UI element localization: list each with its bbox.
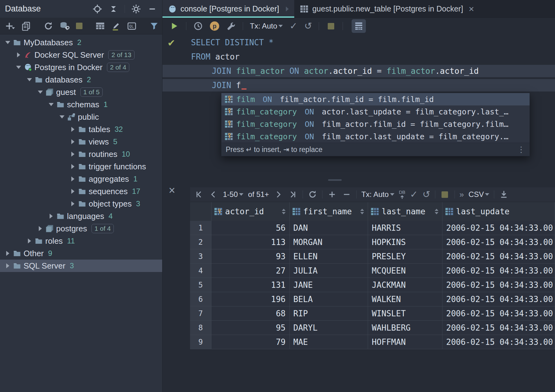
splitter-handle[interactable] xyxy=(328,179,342,181)
cell-last-name[interactable]: WAHLBERG xyxy=(368,321,442,335)
collapsed-arrow-icon[interactable] xyxy=(50,214,53,219)
commit-icon[interactable]: ✓ xyxy=(410,190,418,199)
sql-line-1[interactable]: SELECT DISTINCT * xyxy=(162,36,555,49)
cell-last-update[interactable]: 2006-02-15 04:34:33.00 xyxy=(442,278,555,292)
sql-line-3[interactable]: JOIN film_actor ON actor.actor_id = film… xyxy=(162,65,555,77)
close-tab-icon[interactable]: × xyxy=(469,4,474,14)
tab-new-table[interactable]: guest.public.new_table [Postgres in Dock… xyxy=(294,0,480,18)
more-chevrons-icon[interactable]: » xyxy=(460,190,464,198)
cell-last-update[interactable]: 2006-02-15 04:34:33.00 xyxy=(442,292,555,306)
tree-item-views[interactable]: views5 xyxy=(0,136,162,148)
grid-corner-cell[interactable] xyxy=(190,202,211,221)
submit-to-db-icon[interactable]: DB xyxy=(399,190,406,199)
cell-first-name[interactable]: DAN xyxy=(290,221,368,235)
row-number[interactable]: 9 xyxy=(190,335,211,349)
tree-item-sql-server[interactable]: SQL Server3 xyxy=(0,260,162,272)
tree-item-docker-sql-server[interactable]: Docker SQL Server2 of 13 xyxy=(0,49,162,61)
commit-icon[interactable]: ✓ xyxy=(290,21,297,31)
completion-item-3[interactable]: film_category ON film_actor.film_id = fi… xyxy=(221,118,530,130)
collapsed-arrow-icon[interactable] xyxy=(39,226,42,231)
cell-actor-id[interactable]: 68 xyxy=(211,306,290,321)
wrench-icon[interactable] xyxy=(226,21,236,31)
cell-last-update[interactable]: 2006-02-15 04:34:33.00 xyxy=(442,264,555,278)
cell-first-name[interactable]: DARYL xyxy=(290,321,368,335)
tree-item-mydatabases[interactable]: MyDatabases2 xyxy=(0,36,162,49)
cell-actor-id[interactable]: 79 xyxy=(211,335,290,349)
collapse-all-icon[interactable] xyxy=(109,4,118,14)
cell-actor-id[interactable]: 56 xyxy=(211,221,290,235)
duplicate-icon[interactable] xyxy=(21,21,31,31)
expanded-arrow-icon[interactable] xyxy=(16,66,21,69)
cell-first-name[interactable]: BELA xyxy=(290,292,368,306)
row-number[interactable]: 3 xyxy=(190,249,211,264)
cell-actor-id[interactable]: 95 xyxy=(211,321,290,335)
expanded-arrow-icon[interactable] xyxy=(60,115,64,118)
column-header-last_name[interactable]: last_name xyxy=(368,202,442,221)
tree-item-postgres-in-docker[interactable]: Postgres in Docker2 of 4 xyxy=(0,61,162,74)
tree-item-public[interactable]: public xyxy=(0,111,162,123)
cell-last-update[interactable]: 2006-02-15 04:34:33.00 xyxy=(442,321,555,335)
cell-last-name[interactable]: HOFFMAN xyxy=(368,335,442,349)
collapsed-arrow-icon[interactable] xyxy=(71,176,74,181)
collapsed-arrow-icon[interactable] xyxy=(6,263,9,268)
cell-actor-id[interactable]: 131 xyxy=(211,278,290,292)
cell-last-name[interactable]: WINSLET xyxy=(368,306,442,321)
add-row-icon[interactable] xyxy=(327,189,337,199)
export-format-dropdown[interactable]: CSV xyxy=(468,190,489,199)
cell-last-update[interactable]: 2006-02-15 04:34:33.00 xyxy=(442,249,555,264)
row-number[interactable]: 6 xyxy=(190,292,211,306)
cell-last-update[interactable]: 2006-02-15 04:34:33.00 xyxy=(442,221,555,235)
collapsed-arrow-icon[interactable] xyxy=(71,189,74,194)
cell-actor-id[interactable]: 113 xyxy=(211,235,290,249)
tree-item-roles[interactable]: roles11 xyxy=(0,235,162,247)
sort-arrows-icon[interactable] xyxy=(360,209,364,214)
sort-arrows-icon[interactable] xyxy=(435,209,438,214)
cell-actor-id[interactable]: 27 xyxy=(211,264,290,278)
history-icon[interactable] xyxy=(193,21,203,31)
tree-item-trigger-functions[interactable]: trigger functions xyxy=(0,160,162,173)
column-header-last_update[interactable]: last_update xyxy=(442,202,555,221)
query-console-icon[interactable]: QL xyxy=(127,21,136,31)
row-number[interactable]: 7 xyxy=(190,306,211,321)
cell-last-update[interactable]: 2006-02-15 04:34:33.00 xyxy=(442,306,555,321)
tx-mode-dropdown[interactable]: Tx: Auto xyxy=(250,22,283,30)
tree-item-guest[interactable]: guest1 of 5 xyxy=(0,86,162,98)
cell-last-name[interactable]: WALKEN xyxy=(368,292,442,306)
collapsed-arrow-icon[interactable] xyxy=(71,139,74,144)
prev-page-icon[interactable] xyxy=(208,189,218,199)
cell-first-name[interactable]: MAE xyxy=(290,335,368,349)
completion-item-1[interactable]: film ON film_actor.film_id = film.film_i… xyxy=(221,93,530,105)
tree-item-aggregates[interactable]: aggregates1 xyxy=(0,173,162,185)
cell-actor-id[interactable]: 196 xyxy=(211,292,290,306)
reload-data-icon[interactable] xyxy=(308,189,317,199)
stop-icon[interactable] xyxy=(76,21,82,31)
rollback-icon[interactable]: ↺ xyxy=(422,190,430,199)
sql-line-4[interactable]: JOIN f xyxy=(162,79,555,91)
session-badge-icon[interactable]: p xyxy=(210,21,219,31)
tab-console[interactable]: console [Postgres in Docker] xyxy=(162,0,294,18)
add-data-source-icon[interactable] xyxy=(5,21,15,31)
last-page-icon[interactable] xyxy=(288,189,298,199)
tree-item-object-types[interactable]: object types3 xyxy=(0,198,162,210)
collapsed-arrow-icon[interactable] xyxy=(71,127,74,132)
tree-item-sequences[interactable]: sequences17 xyxy=(0,185,162,198)
locate-object-icon[interactable] xyxy=(92,4,102,14)
refresh-icon[interactable] xyxy=(44,21,53,31)
row-number[interactable]: 1 xyxy=(190,221,211,235)
delete-row-icon[interactable] xyxy=(342,189,352,199)
cell-first-name[interactable]: JULIA xyxy=(290,264,368,278)
tree-item-postgres[interactable]: postgres1 of 4 xyxy=(0,222,162,235)
hide-panel-icon[interactable] xyxy=(147,4,157,14)
cell-last-name[interactable]: HOPKINS xyxy=(368,235,442,249)
cell-last-name[interactable]: HARRIS xyxy=(368,221,442,235)
stop-icon[interactable] xyxy=(440,189,450,199)
cell-first-name[interactable]: RIP xyxy=(290,306,368,321)
tree-item-tables[interactable]: tables32 xyxy=(0,123,162,136)
more-options-icon[interactable]: ⋮ xyxy=(517,145,525,154)
run-icon[interactable] xyxy=(169,21,179,31)
data-editor-icon[interactable] xyxy=(95,21,105,31)
sort-arrows-icon[interactable] xyxy=(282,209,286,214)
data-source-properties-icon[interactable] xyxy=(60,21,69,31)
tx-mode-dropdown[interactable]: Tx: Auto xyxy=(361,190,394,199)
row-number[interactable]: 4 xyxy=(190,264,211,278)
